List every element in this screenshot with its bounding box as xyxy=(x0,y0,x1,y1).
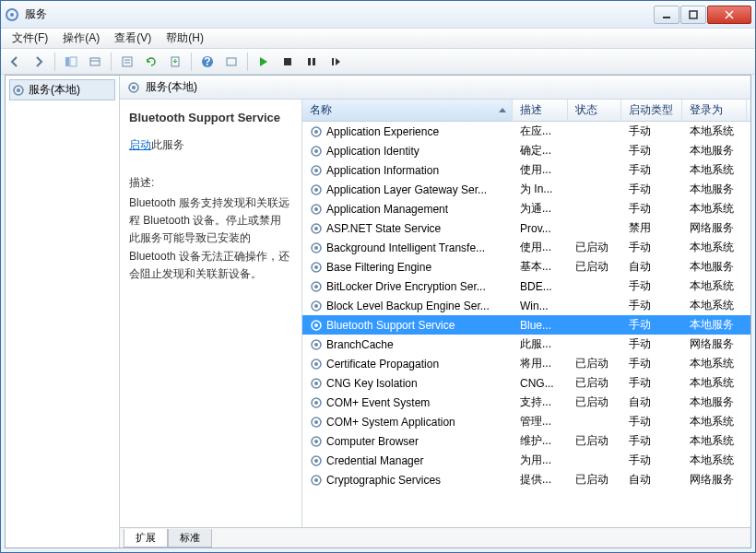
cell-logon: 本地系统 xyxy=(682,278,747,294)
restart-service-button[interactable] xyxy=(325,52,346,72)
options-button[interactable] xyxy=(221,52,242,72)
svg-point-38 xyxy=(314,265,318,269)
back-button[interactable] xyxy=(5,52,25,72)
service-row[interactable]: Application Information使用...手动本地系统 xyxy=(302,160,750,180)
start-service-link[interactable]: 启动 xyxy=(129,138,151,151)
service-row[interactable]: Cryptographic Services提供...已启动自动网络服务 xyxy=(302,470,750,489)
tab-extended[interactable]: 扩展 xyxy=(124,529,168,547)
main-header: 服务(本地) xyxy=(120,76,750,100)
gear-icon xyxy=(310,125,323,138)
forward-button[interactable] xyxy=(29,52,49,72)
service-row[interactable]: Application Management为通...手动本地系统 xyxy=(302,199,750,218)
cell-name: BranchCache xyxy=(302,338,513,351)
gear-icon xyxy=(310,145,323,158)
service-row[interactable]: Certificate Propagation将用...已启动手动本地系统 xyxy=(302,354,750,373)
cell-name: ASP.NET State Service xyxy=(302,222,513,235)
gear-icon xyxy=(310,222,323,235)
service-row[interactable]: Block Level Backup Engine Ser...Win...手动… xyxy=(302,296,750,315)
service-row[interactable]: Credential Manager为用...手动本地系统 xyxy=(302,451,750,470)
titlebar[interactable]: 服务 xyxy=(1,1,755,29)
cell-desc: 提供... xyxy=(513,472,568,488)
cell-desc: Win... xyxy=(513,300,568,312)
service-rows[interactable]: Application Experience在应...手动本地系统Applica… xyxy=(302,122,750,527)
cell-desc: 为 In... xyxy=(513,182,568,197)
help-button[interactable]: ? xyxy=(197,52,218,72)
app-icon xyxy=(5,7,19,22)
main-pane: 服务(本地) Bluetooth Support Service 启动此服务 描… xyxy=(120,76,750,547)
service-row[interactable]: COM+ Event System支持...已启动自动本地服务 xyxy=(302,393,750,412)
gear-icon xyxy=(310,416,323,429)
col-logon[interactable]: 登录为 xyxy=(682,100,747,121)
menu-action[interactable]: 操作(A) xyxy=(55,29,107,48)
cell-logon: 本地系统 xyxy=(682,240,747,255)
cell-name: Application Experience xyxy=(302,125,513,138)
cell-desc: 使用... xyxy=(513,240,568,255)
refresh-button[interactable] xyxy=(141,52,161,72)
svg-point-54 xyxy=(314,420,318,424)
svg-point-20 xyxy=(17,88,20,92)
separator xyxy=(247,53,248,71)
maximize-button[interactable] xyxy=(680,6,706,24)
service-row[interactable]: Background Intelligent Transfe...使用...已启… xyxy=(302,238,750,257)
menu-help[interactable]: 帮助(H) xyxy=(159,29,211,48)
minimize-button[interactable] xyxy=(654,6,679,24)
svg-point-56 xyxy=(314,440,318,443)
svg-point-30 xyxy=(314,188,318,192)
col-startup[interactable]: 启动类型 xyxy=(621,100,682,121)
service-row[interactable]: BitLocker Drive Encryption Ser...BDE...手… xyxy=(302,276,750,296)
svg-point-44 xyxy=(314,324,318,327)
service-row[interactable]: Computer Browser维护...已启动手动本地系统 xyxy=(302,431,750,451)
tab-standard[interactable]: 标准 xyxy=(168,529,212,547)
cell-name: Credential Manager xyxy=(302,454,513,467)
col-name[interactable]: 名称 xyxy=(302,100,513,121)
properties-button[interactable] xyxy=(117,52,137,72)
cell-logon: 本地系统 xyxy=(682,124,747,139)
cell-logon: 网络服务 xyxy=(682,220,747,236)
cell-startup: 禁用 xyxy=(621,220,682,236)
export-button[interactable] xyxy=(85,52,105,72)
cell-logon: 本地系统 xyxy=(682,356,747,371)
service-row[interactable]: Bluetooth Support ServiceBlue...手动本地服务 xyxy=(302,315,750,335)
pause-service-button[interactable] xyxy=(301,52,322,72)
show-hide-tree-button[interactable] xyxy=(61,52,81,72)
service-row[interactable]: BranchCache此服...手动网络服务 xyxy=(302,335,750,354)
col-description[interactable]: 描述 xyxy=(513,100,568,121)
cell-name: Computer Browser xyxy=(302,435,513,448)
cell-logon: 本地系统 xyxy=(682,298,747,313)
nav-node-label: 服务(本地) xyxy=(29,82,80,98)
cell-logon: 本地服务 xyxy=(682,143,747,159)
service-row[interactable]: Application Identity确定...手动本地服务 xyxy=(302,141,750,160)
gear-icon xyxy=(12,84,25,97)
cell-name: Application Information xyxy=(302,164,513,177)
menu-file[interactable]: 文件(F) xyxy=(5,29,55,48)
nav-node-services-local[interactable]: 服务(本地) xyxy=(9,79,115,100)
gear-icon xyxy=(310,338,323,351)
services-window: 服务 文件(F) 操作(A) 查看(V) 帮助(H) ? xyxy=(0,0,756,553)
col-status[interactable]: 状态 xyxy=(568,100,621,121)
service-row[interactable]: CNG Key IsolationCNG...已启动手动本地系统 xyxy=(302,373,750,393)
service-row[interactable]: Base Filtering Engine基本...已启动自动本地服务 xyxy=(302,257,750,276)
svg-point-36 xyxy=(314,246,318,250)
stop-service-button[interactable] xyxy=(278,52,298,72)
service-row[interactable]: Application Layer Gateway Ser...为 In...手… xyxy=(302,180,750,199)
cell-desc: 将用... xyxy=(513,356,568,371)
menu-view[interactable]: 查看(V) xyxy=(107,29,159,48)
service-row[interactable]: ASP.NET State ServiceProv...禁用网络服务 xyxy=(302,218,750,238)
column-headers: 名称 描述 状态 启动类型 登录为 xyxy=(302,100,750,122)
cell-desc: Blue... xyxy=(513,319,568,332)
cell-startup: 手动 xyxy=(621,143,682,159)
cell-desc: CNG... xyxy=(513,377,568,390)
cell-startup: 手动 xyxy=(621,278,682,294)
cell-logon: 网络服务 xyxy=(682,336,747,352)
service-row[interactable]: Application Experience在应...手动本地系统 xyxy=(302,122,750,141)
export-list-button[interactable] xyxy=(165,52,185,72)
cell-startup: 手动 xyxy=(621,124,682,139)
start-service-line: 启动此服务 xyxy=(129,137,292,153)
cell-logon: 本地系统 xyxy=(682,162,747,178)
cell-logon: 本地系统 xyxy=(682,453,747,468)
client-area: 服务(本地) 服务(本地) Bluetooth Support Service … xyxy=(5,75,751,548)
service-row[interactable]: COM+ System Application管理...手动本地系统 xyxy=(302,412,750,431)
close-button[interactable] xyxy=(707,6,751,24)
gear-icon xyxy=(310,261,323,274)
start-service-button[interactable] xyxy=(254,52,274,72)
